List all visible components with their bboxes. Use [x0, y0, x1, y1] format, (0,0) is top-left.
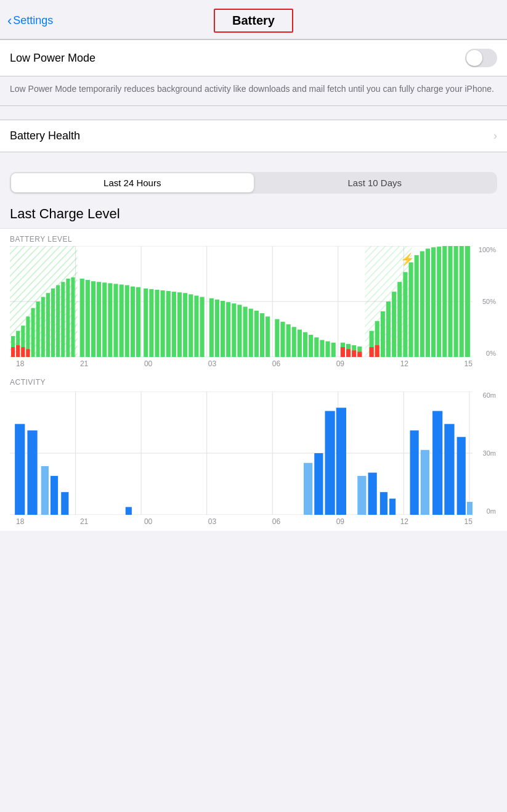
activity-y-0: 0m — [476, 507, 496, 515]
svg-rect-24 — [66, 279, 70, 357]
segment-last-24-hours[interactable]: Last 24 Hours — [11, 173, 254, 192]
charts-area: BATTERY LEVEL 100% 50% 0% — [0, 228, 507, 531]
svg-rect-121 — [325, 411, 335, 515]
svg-rect-48 — [209, 298, 214, 357]
svg-rect-120 — [314, 453, 323, 515]
battery-y-100: 100% — [476, 246, 496, 253]
svg-rect-76 — [381, 311, 385, 357]
battery-health-label: Battery Health — [10, 129, 80, 142]
svg-rect-113 — [15, 424, 25, 515]
svg-rect-93 — [16, 345, 20, 357]
svg-rect-123 — [357, 476, 366, 515]
svg-rect-124 — [368, 473, 377, 515]
battery-level-chart-section: BATTERY LEVEL 100% 50% 0% — [10, 235, 497, 357]
svg-rect-26 — [80, 279, 84, 357]
back-button[interactable]: ‹ Settings — [7, 13, 53, 29]
battery-chart-wrapper: 100% 50% 0% — [10, 246, 497, 357]
svg-rect-114 — [27, 430, 37, 515]
svg-rect-69 — [331, 343, 336, 357]
svg-rect-127 — [410, 430, 419, 515]
svg-rect-80 — [403, 272, 407, 357]
svg-rect-45 — [189, 294, 193, 357]
battery-health-chevron-icon: › — [493, 129, 497, 142]
battery-chart-svg: ⚡ — [10, 246, 473, 357]
svg-rect-41 — [166, 291, 171, 357]
svg-rect-118 — [126, 507, 132, 515]
act-time-18: 18 — [16, 517, 24, 526]
svg-rect-96 — [341, 347, 345, 357]
svg-rect-42 — [172, 292, 176, 357]
svg-rect-67 — [320, 340, 324, 357]
battery-health-row[interactable]: Battery Health › — [0, 120, 507, 152]
activity-label: ACTIVITY — [10, 378, 497, 387]
svg-rect-55 — [249, 309, 253, 357]
back-label: Settings — [13, 14, 53, 27]
svg-rect-61 — [286, 324, 291, 357]
toggle-knob — [466, 50, 482, 66]
svg-rect-29 — [97, 282, 101, 357]
svg-rect-46 — [194, 295, 198, 357]
svg-rect-95 — [26, 349, 30, 357]
svg-rect-91 — [465, 246, 470, 357]
svg-rect-89 — [454, 246, 458, 357]
svg-rect-30 — [102, 282, 107, 357]
act-time-06: 06 — [272, 517, 280, 526]
navigation-header: ‹ Settings Battery — [0, 0, 507, 39]
battery-y-axis: 100% 50% 0% — [475, 246, 497, 357]
battery-health-section: Battery Health › — [0, 120, 507, 152]
svg-rect-39 — [155, 290, 159, 357]
svg-rect-86 — [437, 247, 441, 357]
time-00: 00 — [144, 359, 152, 368]
segment-last-10-days[interactable]: Last 10 Days — [254, 173, 497, 192]
svg-rect-83 — [420, 251, 424, 357]
spacer — [0, 152, 507, 166]
svg-rect-47 — [200, 297, 205, 357]
low-power-mode-desc-text: Low Power Mode temporarily reduces backg… — [10, 84, 494, 94]
svg-rect-63 — [298, 330, 302, 357]
act-time-09: 09 — [336, 517, 344, 526]
svg-rect-38 — [149, 289, 153, 357]
svg-rect-32 — [113, 284, 118, 357]
time-18: 18 — [16, 359, 24, 368]
svg-rect-62 — [292, 327, 296, 357]
svg-rect-125 — [380, 492, 387, 515]
act-time-03: 03 — [208, 517, 216, 526]
time-06: 06 — [272, 359, 280, 368]
battery-chart-container: ⚡ — [10, 246, 473, 357]
svg-rect-77 — [386, 301, 391, 357]
svg-rect-59 — [275, 319, 279, 357]
svg-rect-94 — [21, 347, 25, 357]
svg-rect-119 — [304, 463, 312, 515]
svg-rect-57 — [260, 313, 264, 357]
svg-rect-101 — [375, 345, 379, 357]
act-time-21: 21 — [80, 517, 88, 526]
svg-rect-44 — [183, 293, 187, 357]
last-charge-level-title: Last Charge Level — [10, 206, 497, 222]
act-time-12: 12 — [400, 517, 408, 526]
svg-rect-21 — [51, 289, 55, 357]
time-03: 03 — [208, 359, 216, 368]
time-12: 12 — [400, 359, 408, 368]
activity-y-60: 60m — [476, 392, 496, 399]
back-chevron-icon: ‹ — [7, 13, 12, 29]
activity-y-30: 30m — [476, 449, 496, 457]
low-power-mode-toggle[interactable] — [465, 49, 497, 67]
svg-rect-90 — [460, 246, 464, 357]
svg-rect-98 — [352, 350, 356, 357]
svg-rect-34 — [125, 285, 129, 357]
svg-rect-33 — [120, 284, 124, 357]
time-09: 09 — [336, 359, 344, 368]
svg-rect-28 — [91, 281, 95, 357]
page-title-box: Battery — [214, 9, 293, 33]
svg-rect-132 — [467, 502, 473, 515]
activity-chart-wrapper: 60m 30m 0m — [10, 392, 497, 515]
svg-rect-126 — [389, 499, 395, 515]
svg-rect-54 — [243, 306, 248, 357]
activity-y-axis: 60m 30m 0m — [475, 392, 497, 515]
svg-rect-49 — [215, 300, 219, 357]
svg-rect-129 — [432, 411, 442, 515]
svg-rect-56 — [254, 311, 259, 357]
activity-chart-svg — [10, 392, 473, 515]
low-power-mode-section: Low Power Mode — [0, 39, 507, 76]
svg-rect-100 — [370, 347, 374, 357]
